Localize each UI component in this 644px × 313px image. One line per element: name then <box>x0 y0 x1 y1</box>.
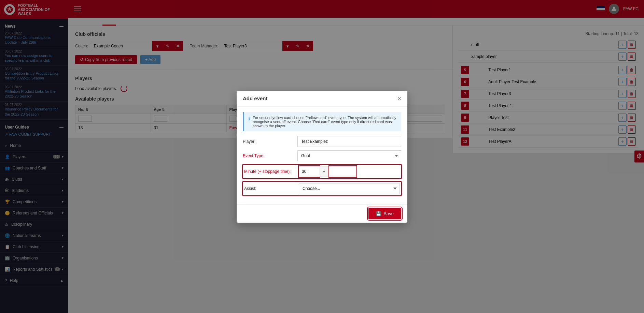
modal-overlay[interactable]: Add event × ℹ For second yellow card cho… <box>0 0 644 313</box>
info-text: For second yellow card choose "Yellow ca… <box>253 116 397 128</box>
modal-title: Add event <box>243 95 268 101</box>
modal-close-button[interactable]: × <box>397 95 401 102</box>
assist-label: Assist: <box>244 186 299 191</box>
save-label: Save <box>383 211 394 216</box>
minute-row: Minute (+ stoppage time): + <box>243 165 401 178</box>
modal-footer: 💾 Save <box>237 204 407 223</box>
info-icon: ℹ <box>248 116 250 121</box>
assist-select[interactable]: Choose... <box>299 183 400 194</box>
player-field[interactable] <box>297 136 401 147</box>
save-button[interactable]: 💾 Save <box>368 208 401 219</box>
add-event-modal: Add event × ℹ For second yellow card cho… <box>237 91 407 223</box>
event-type-row: Event Type: Goal Yellow Card Red Card Su… <box>243 150 401 161</box>
minute-label: Minute (+ stoppage time): <box>244 169 299 174</box>
assist-row: Assist: Choose... <box>243 182 401 195</box>
modal-header: Add event × <box>237 91 407 107</box>
player-label: Player: <box>243 139 297 144</box>
player-row: Player: <box>243 136 401 147</box>
stoppage-time-input[interactable] <box>329 166 356 177</box>
plus-sign: + <box>319 166 329 177</box>
minute-input[interactable] <box>299 166 319 177</box>
modal-body: ℹ For second yellow card choose "Yellow … <box>237 107 407 204</box>
event-type-select[interactable]: Goal Yellow Card Red Card Substitution O… <box>297 150 401 161</box>
info-banner: ℹ For second yellow card choose "Yellow … <box>243 112 401 131</box>
save-icon: 💾 <box>376 211 381 216</box>
event-type-label: Event Type: <box>243 153 297 158</box>
